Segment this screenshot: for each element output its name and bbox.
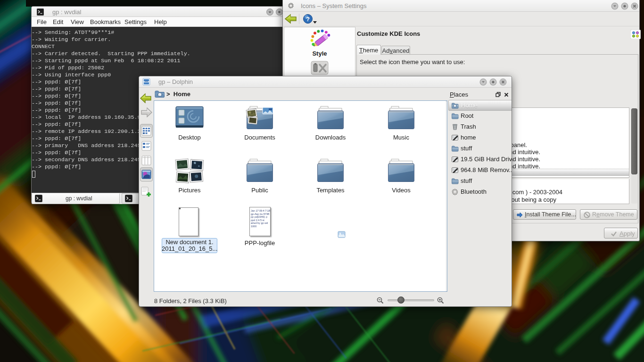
svg-text:?: ?: [306, 16, 310, 23]
